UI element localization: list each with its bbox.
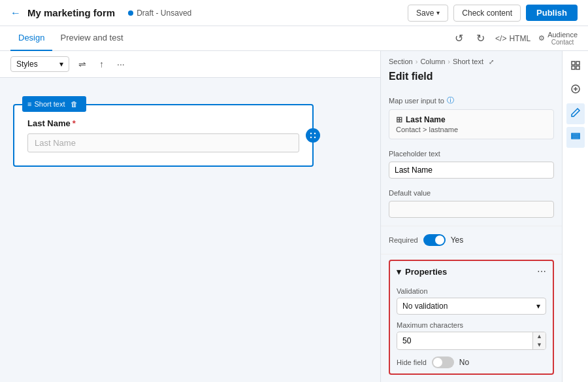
panel-icon-1[interactable] <box>566 56 585 77</box>
properties-section: ▾ Properties ⋯ Validation No validation … <box>389 260 554 375</box>
hide-field-toggle[interactable] <box>432 356 454 368</box>
check-content-label: Check content <box>462 9 512 18</box>
status-dot <box>128 10 133 16</box>
svg-rect-11 <box>572 133 580 135</box>
publish-button[interactable]: Publish <box>526 5 578 21</box>
breadcrumb: Section › Column › Short text ⤢ <box>381 51 562 68</box>
svg-point-1 <box>314 133 316 134</box>
status-text: Draft - Unsaved <box>137 9 191 18</box>
redo-button[interactable]: ↻ <box>474 29 487 47</box>
html-button[interactable]: </> HTML <box>495 34 531 43</box>
properties-title: ▾ Properties <box>397 267 447 277</box>
back-button[interactable]: ← <box>10 7 21 19</box>
styles-label: Styles <box>16 60 38 69</box>
tab-design[interactable]: Design <box>10 26 52 51</box>
breadcrumb-resize-icon[interactable]: ⤢ <box>489 58 494 65</box>
html-label: HTML <box>509 34 531 43</box>
save-label: Save <box>416 9 434 18</box>
svg-point-3 <box>314 137 316 138</box>
breadcrumb-sep2: › <box>448 58 450 65</box>
default-value-label: Default value <box>389 189 554 197</box>
required-star: * <box>73 118 76 128</box>
properties-header[interactable]: ▾ Properties ⋯ <box>390 261 553 282</box>
breadcrumb-sep1: › <box>416 58 418 65</box>
arrow-button[interactable]: ↑ <box>95 56 108 72</box>
breadcrumb-shorttext[interactable]: Short text <box>453 58 483 65</box>
panel-icon-4[interactable] <box>566 127 585 148</box>
panel-icon-rail <box>562 51 588 382</box>
properties-chevron-icon: ▾ <box>397 267 401 277</box>
svg-rect-5 <box>576 61 580 65</box>
hide-field-label: Hide field <box>397 358 427 366</box>
map-input-box[interactable]: ⊞ Last Name Contact > lastname <box>389 109 554 139</box>
svg-rect-13 <box>572 137 580 139</box>
check-content-button[interactable]: Check content <box>453 5 521 22</box>
placeholder-input[interactable] <box>389 162 554 179</box>
audience-icon: ⚙ <box>538 34 545 43</box>
drag-handle[interactable] <box>306 128 320 143</box>
status-badge: Draft - Unsaved <box>128 9 191 18</box>
save-caret-icon: ▾ <box>436 9 440 16</box>
map-input-sub: Contact > lastname <box>396 126 547 133</box>
svg-rect-12 <box>572 135 580 137</box>
validation-select[interactable]: No validation ▾ <box>397 298 546 315</box>
widget-type-badge: ≡ Short text 🗑 <box>22 96 86 112</box>
properties-more-button[interactable]: ⋯ <box>537 266 546 277</box>
audience-label: Audience <box>547 31 578 39</box>
maxchars-input[interactable]: ▲ ▼ <box>397 332 546 350</box>
audience-sub: Contact <box>547 39 578 46</box>
validation-value: No validation <box>402 302 448 311</box>
widget-delete-button[interactable]: 🗑 <box>68 97 81 111</box>
html-icon: </> <box>495 34 506 43</box>
widget-type-label: Short text <box>34 100 65 108</box>
breadcrumb-column[interactable]: Column <box>420 58 445 65</box>
map-input-name: ⊞ Last Name <box>396 115 547 124</box>
panel-section-title: Edit field <box>381 68 562 90</box>
svg-point-0 <box>310 133 312 134</box>
styles-caret-icon: ▾ <box>59 60 63 69</box>
undo-button[interactable]: ↺ <box>452 29 466 47</box>
maxchars-increment[interactable]: ▲ <box>533 332 546 341</box>
widget-type-icon: ≡ <box>27 100 31 108</box>
info-icon[interactable]: ⓘ <box>447 95 454 105</box>
maxchars-decrement[interactable]: ▼ <box>533 341 546 349</box>
styles-dropdown[interactable]: Styles ▾ <box>10 56 69 72</box>
map-input-label: Map user input to ⓘ <box>389 95 554 105</box>
audience-button[interactable]: ⚙ Audience Contact <box>538 31 578 46</box>
svg-rect-4 <box>572 61 575 65</box>
default-value-input[interactable] <box>389 201 554 218</box>
field-placeholder: Last Name <box>27 133 299 152</box>
tab-preview[interactable]: Preview and test <box>52 26 131 51</box>
required-toggle[interactable] <box>423 234 446 246</box>
field-label: Last Name * <box>27 118 299 128</box>
maxchars-value[interactable] <box>397 333 532 349</box>
validation-caret-icon: ▾ <box>536 302 540 311</box>
panel-icon-3[interactable] <box>566 103 585 124</box>
validation-label: Validation <box>397 287 546 295</box>
required-label: Required <box>389 236 418 244</box>
breadcrumb-section[interactable]: Section <box>389 58 413 65</box>
hide-field-value: No <box>459 358 469 367</box>
required-yes-label: Yes <box>451 235 464 245</box>
more-button[interactable]: ··· <box>113 56 129 72</box>
save-button[interactable]: Save ▾ <box>408 5 448 22</box>
publish-label: Publish <box>536 8 567 18</box>
page-title: My marketing form <box>27 7 115 18</box>
svg-point-2 <box>310 137 312 138</box>
link-button[interactable]: ⇌ <box>74 56 90 72</box>
svg-rect-6 <box>572 66 575 69</box>
placeholder-label: Placeholder text <box>389 150 554 158</box>
form-widget: ≡ Short text 🗑 Last Name * Last Name <box>13 104 314 167</box>
svg-rect-7 <box>576 66 580 69</box>
maxchars-label: Maximum characters <box>397 321 546 329</box>
panel-icon-2[interactable] <box>566 80 585 101</box>
